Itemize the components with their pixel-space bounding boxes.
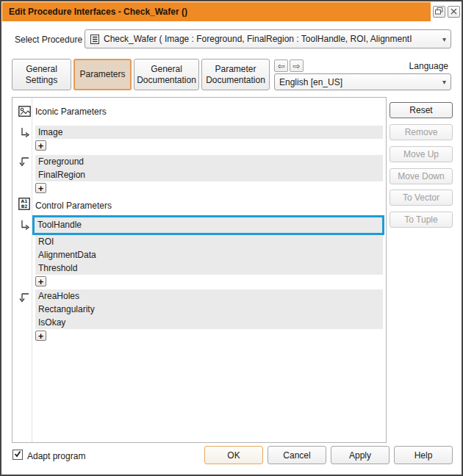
param-name: IsOkay bbox=[38, 317, 65, 328]
ok-button[interactable]: OK bbox=[204, 446, 263, 464]
button-label: Reset bbox=[409, 105, 432, 115]
plus-icon: + bbox=[38, 184, 44, 193]
add-control-output-button[interactable]: + bbox=[35, 331, 46, 341]
tab-parameter-documentation[interactable]: Parameter Documentation bbox=[201, 59, 270, 90]
iconic-parameters-header: Iconic Parameters bbox=[35, 107, 107, 117]
parameter-list-panel: Iconic Parameters Image + Foreground Fin… bbox=[12, 97, 387, 443]
titlebar[interactable]: Edit Procedure Interfaces - Check_Wafer … bbox=[2, 2, 431, 21]
restore-window-button[interactable] bbox=[433, 6, 445, 18]
add-iconic-output-button[interactable]: + bbox=[35, 183, 46, 193]
control-parameters-icon: A1B2 bbox=[18, 198, 30, 212]
param-row[interactable]: Threshold bbox=[35, 262, 383, 275]
arrow-right-icon: ⇨ bbox=[292, 62, 300, 71]
param-row[interactable]: ROI bbox=[35, 235, 383, 248]
cancel-button[interactable]: Cancel bbox=[268, 446, 326, 464]
param-name: ToolHandle bbox=[37, 220, 82, 230]
param-name: Image bbox=[38, 127, 62, 137]
close-icon bbox=[451, 7, 457, 17]
language-next-button[interactable]: ⇨ bbox=[290, 60, 304, 72]
remove-button[interactable]: Remove bbox=[390, 124, 453, 140]
param-name: ROI bbox=[38, 237, 54, 247]
iconic-parameters-icon bbox=[18, 106, 31, 119]
control-parameters-header: Control Parameters bbox=[35, 201, 112, 211]
output-arrow-icon bbox=[19, 156, 30, 170]
help-button[interactable]: Help bbox=[394, 446, 453, 464]
tab-label: Parameter Documentation bbox=[206, 64, 265, 86]
param-row[interactable]: AlignmentData bbox=[35, 248, 383, 262]
arrow-left-icon: ⇦ bbox=[277, 62, 284, 71]
param-row[interactable]: Rectangularity bbox=[35, 303, 383, 316]
plus-icon: + bbox=[38, 141, 44, 151]
param-row[interactable]: IsOkay bbox=[35, 316, 383, 329]
gutter-divider bbox=[32, 98, 32, 442]
add-control-input-button[interactable]: + bbox=[35, 276, 46, 286]
apply-button[interactable]: Apply bbox=[331, 446, 390, 464]
language-label: Language bbox=[409, 61, 448, 71]
button-label: Move Down bbox=[398, 171, 444, 181]
language-value: English [en_US] bbox=[279, 77, 439, 87]
add-iconic-input-button[interactable]: + bbox=[35, 140, 46, 151]
param-row[interactable]: Image bbox=[35, 126, 383, 139]
plus-icon: + bbox=[38, 277, 44, 286]
button-label: Apply bbox=[349, 450, 371, 461]
button-label: Move Up bbox=[403, 149, 439, 159]
adapt-program-label: Adapt program bbox=[27, 451, 85, 461]
language-dropdown-icon: ▾ bbox=[442, 78, 446, 86]
button-label: To Tuple bbox=[404, 214, 437, 225]
edit-procedure-interfaces-dialog: Edit Procedure Interfaces - Check_Wafer … bbox=[0, 0, 463, 476]
window-title: Edit Procedure Interfaces - Check_Wafer … bbox=[9, 7, 187, 17]
button-label: To Vector bbox=[403, 192, 439, 203]
button-label: OK bbox=[227, 450, 240, 461]
input-arrow-icon bbox=[19, 127, 30, 141]
param-name: Threshold bbox=[38, 263, 77, 273]
procedure-combobox[interactable]: Check_Wafer ( Image : Foreground, FinalR… bbox=[85, 29, 451, 48]
checkmark-icon bbox=[14, 450, 21, 460]
tab-label: General Documentation bbox=[137, 64, 196, 86]
procedure-value: Check_Wafer ( Image : Foreground, FinalR… bbox=[104, 34, 439, 44]
move-down-button[interactable]: Move Down bbox=[390, 168, 453, 184]
tab-label: General Settings bbox=[16, 64, 67, 86]
plus-icon: + bbox=[38, 331, 44, 341]
language-combobox[interactable]: English [en_US] ▾ bbox=[274, 73, 451, 90]
tab-label: Parameters bbox=[79, 69, 125, 80]
param-row[interactable]: AreaHoles bbox=[35, 289, 383, 303]
output-arrow-icon bbox=[19, 292, 30, 306]
restore-window-icon bbox=[435, 7, 443, 17]
to-vector-button[interactable]: To Vector bbox=[390, 190, 453, 206]
tab-parameters[interactable]: Parameters bbox=[73, 59, 132, 90]
procedure-dropdown-icon: ▾ bbox=[442, 35, 446, 43]
button-label: Remove bbox=[405, 127, 438, 137]
close-button[interactable] bbox=[448, 6, 460, 18]
button-label: Cancel bbox=[283, 450, 310, 461]
button-label: Help bbox=[414, 450, 433, 461]
adapt-program-checkbox[interactable] bbox=[12, 450, 23, 460]
param-row[interactable]: Foreground bbox=[35, 155, 383, 168]
svg-text:A1: A1 bbox=[21, 198, 28, 203]
input-arrow-icon bbox=[19, 220, 30, 234]
move-up-button[interactable]: Move Up bbox=[390, 146, 453, 162]
to-tuple-button[interactable]: To Tuple bbox=[390, 212, 453, 228]
select-procedure-label: Select Procedure bbox=[15, 35, 82, 45]
param-name: FinalRegion bbox=[38, 170, 85, 180]
param-row[interactable]: FinalRegion bbox=[35, 168, 383, 181]
param-name: AreaHoles bbox=[38, 291, 79, 301]
selected-param-row[interactable]: ToolHandle bbox=[32, 215, 384, 235]
param-name: Rectangularity bbox=[38, 304, 95, 314]
tab-general-documentation[interactable]: General Documentation bbox=[134, 59, 199, 90]
param-name: Foreground bbox=[38, 156, 84, 167]
procedure-icon bbox=[90, 34, 100, 45]
reset-button[interactable]: Reset bbox=[390, 102, 453, 118]
tab-general-settings[interactable]: General Settings bbox=[12, 59, 71, 90]
param-name: AlignmentData bbox=[38, 250, 96, 260]
language-prev-button[interactable]: ⇦ bbox=[274, 60, 288, 72]
svg-text:B2: B2 bbox=[21, 203, 28, 209]
